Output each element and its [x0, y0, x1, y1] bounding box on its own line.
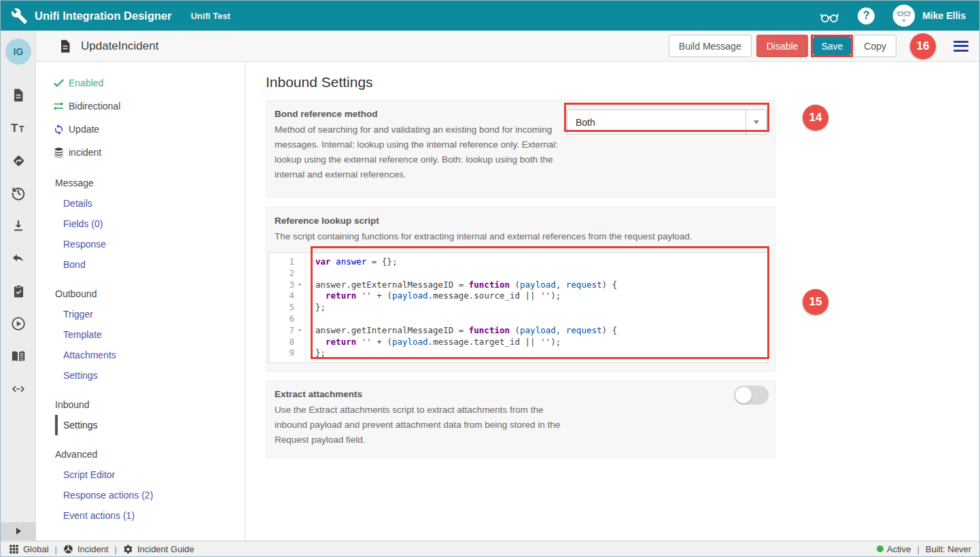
annotation-badge-14: 14	[803, 105, 828, 131]
disable-button[interactable]: Disable	[756, 35, 809, 57]
rail-code-button[interactable]	[10, 381, 27, 397]
nav-link-settings[interactable]: Settings	[55, 415, 102, 435]
rail-history-button[interactable]	[10, 185, 27, 201]
scope-item-global[interactable]: Global	[9, 544, 49, 554]
code-token: payload	[392, 337, 428, 347]
app-circle-icon	[63, 544, 73, 554]
nav-link-trigger[interactable]: Trigger	[36, 304, 245, 324]
gutter-line: 2	[269, 268, 305, 280]
code-token: answer	[336, 256, 366, 267]
line-number: 3	[274, 280, 294, 291]
nav-item-update[interactable]: Update	[36, 118, 245, 141]
download-icon	[11, 218, 26, 233]
rail-text-button[interactable]: TT	[10, 120, 27, 136]
help-button[interactable]: ?	[858, 7, 875, 24]
code-token: payload	[392, 290, 428, 301]
extract-attachments-label: Extract attachments	[275, 389, 775, 399]
rail-document-button[interactable]	[10, 87, 27, 103]
nav-item-bidirectional[interactable]: Bidirectional	[36, 95, 245, 118]
nav-link-response[interactable]: Response	[36, 234, 245, 254]
chevron-right-icon	[16, 528, 21, 535]
scope-item-label: Incident	[77, 544, 109, 554]
nav-group-outbound: OutboundTriggerTemplateAttachmentsSettin…	[36, 284, 245, 386]
nav-link-response-actions-2-[interactable]: Response actions (2)	[36, 485, 245, 505]
rail-directions-button[interactable]	[10, 152, 27, 169]
message-nav-panel: EnabledBidirectionalUpdateincidentMessag…	[36, 62, 245, 541]
toggle-knob	[735, 387, 752, 403]
document-icon	[11, 88, 26, 103]
record-title: UpdateIncident	[81, 39, 158, 53]
nav-link-fields-0-[interactable]: Fields (0)	[36, 214, 245, 234]
annotation-badge-15: 15	[803, 289, 828, 315]
line-number: 4	[274, 290, 294, 302]
fold-arrow-icon[interactable]: ▾	[294, 280, 305, 291]
reference-lookup-script-editor[interactable]: 123▾4567▾89 var answer = {}; answer.getE…	[268, 252, 768, 363]
scope-item-incident-guide[interactable]: Incident Guide	[123, 544, 194, 554]
code-content[interactable]: var answer = {}; answer.getExternalMessa…	[306, 253, 767, 362]
nav-link-attachments[interactable]: Attachments	[36, 345, 245, 365]
rail-book-button[interactable]	[10, 348, 27, 365]
code-token	[315, 337, 326, 347]
workspace-avatar[interactable]: IG	[5, 39, 31, 65]
menu-icon[interactable]	[953, 38, 968, 54]
code-token	[315, 290, 326, 301]
code-token: );	[550, 290, 561, 301]
user-avatar[interactable]	[892, 4, 915, 27]
database-icon	[50, 147, 67, 158]
nav-link-settings[interactable]: Settings	[36, 365, 245, 386]
build-message-button[interactable]: Build Message	[669, 35, 752, 57]
svg-text:T: T	[11, 122, 18, 135]
code-token: answer.getInternalMessageID =	[315, 325, 469, 335]
nav-link-script-editor[interactable]: Script Editor	[36, 465, 245, 485]
bond-reference-dropdown[interactable]: Both	[567, 109, 767, 135]
copy-button[interactable]: Copy	[854, 35, 896, 57]
reference-lookup-label: Reference lookup script	[275, 216, 775, 226]
rail-reply-button[interactable]	[10, 250, 27, 267]
code-line	[315, 268, 767, 280]
nav-link-details[interactable]: Details	[36, 193, 245, 214]
code-token: + (	[372, 337, 392, 347]
annotation-badge-16: 16	[910, 33, 936, 59]
extract-attachments-toggle[interactable]	[734, 386, 769, 405]
unifi-integration-designer-window: Unifi Integration Designer Unifi Test ? …	[0, 0, 980, 557]
code-token: ) {	[602, 325, 618, 335]
code-token: ''	[362, 290, 372, 301]
directions-icon	[12, 154, 26, 168]
line-number: 1	[274, 256, 294, 268]
glasses-icon[interactable]	[819, 5, 840, 27]
app-title: Unifi Integration Designer	[35, 10, 172, 22]
extract-attachments-card: Extract attachments Use the Extract atta…	[266, 380, 775, 458]
clipboard-check-icon	[12, 284, 26, 299]
code-line: answer.getExternalMessageID = function (…	[315, 280, 767, 291]
fold-arrow-icon[interactable]: ▾	[294, 325, 305, 337]
code-token: ''	[540, 337, 550, 347]
code-line: var answer = {};	[315, 256, 767, 268]
rail-download-button[interactable]	[10, 218, 27, 234]
message-document-icon	[58, 39, 73, 54]
extract-attachments-description: Use the Extract attachments script to ex…	[275, 403, 574, 448]
nav-item-enabled[interactable]: Enabled	[36, 71, 245, 95]
dropdown-selected-value: Both	[567, 117, 746, 128]
wrench-icon	[10, 7, 28, 24]
nav-group-header: Message	[36, 173, 245, 193]
dropdown-caret-button[interactable]	[746, 110, 766, 134]
nav-link-template[interactable]: Template	[36, 324, 245, 345]
nav-item-label: Update	[69, 124, 99, 135]
rail-play-button[interactable]	[10, 316, 27, 332]
collapse-sidebar-button[interactable]	[1, 522, 36, 540]
nav-item-label: incident	[69, 147, 101, 158]
save-button[interactable]: Save	[813, 37, 851, 55]
gutter-line: 7▾	[269, 325, 305, 337]
rail-clipboard-check-button[interactable]	[10, 283, 27, 299]
active-status-icon	[877, 545, 883, 552]
nav-link-event-actions-1-[interactable]: Event actions (1)	[36, 505, 245, 526]
scope-item-incident[interactable]: Incident	[63, 544, 109, 554]
question-icon: ?	[858, 7, 875, 24]
nav-group-header: Outbound	[36, 284, 245, 304]
nav-link-bond[interactable]: Bond	[36, 254, 245, 275]
nav-item-label: Enabled	[69, 78, 103, 88]
nav-item-incident[interactable]: incident	[36, 141, 245, 164]
code-token: ''	[540, 290, 550, 301]
line-number: 5	[274, 302, 294, 314]
nav-item-label: Bidirectional	[69, 101, 120, 112]
